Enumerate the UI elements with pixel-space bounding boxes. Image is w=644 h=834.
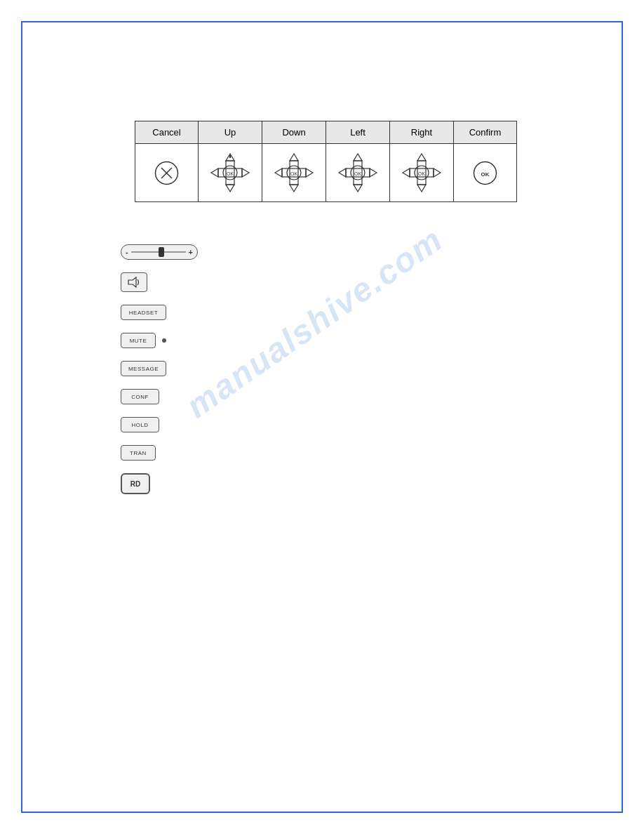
dpad-down-icon: OK xyxy=(269,148,318,197)
cancel-cell xyxy=(135,144,199,202)
conf-label: CONF xyxy=(131,394,149,400)
nav-table-container: Cancel Up Down Left Right Confirm xyxy=(135,121,579,202)
cancel-icon xyxy=(151,157,182,189)
tran-label: TRAN xyxy=(130,450,147,456)
volume-minus-icon: - xyxy=(126,248,128,256)
left-cell: OK xyxy=(326,144,390,202)
col-header-right: Right xyxy=(390,121,454,144)
svg-marker-5 xyxy=(211,168,218,177)
mute-indicator-dot xyxy=(162,338,166,343)
speaker-button[interactable] xyxy=(121,272,147,292)
svg-marker-31 xyxy=(434,168,441,177)
col-header-confirm: Confirm xyxy=(454,121,517,144)
speaker-icon xyxy=(127,276,141,289)
svg-text:OK: OK xyxy=(418,171,425,176)
volume-plus-icon: + xyxy=(189,248,193,256)
svg-marker-23 xyxy=(370,168,377,177)
svg-marker-13 xyxy=(290,185,298,192)
dpad-right-icon: OK xyxy=(397,148,446,197)
col-header-up: Up xyxy=(199,121,262,144)
svg-marker-38 xyxy=(128,277,136,287)
volume-slider-button[interactable]: - + xyxy=(121,244,198,260)
svg-marker-4 xyxy=(226,185,234,192)
hold-row: HOLD xyxy=(121,417,579,432)
headset-label: HEADSET xyxy=(129,310,158,316)
conf-button[interactable]: CONF xyxy=(121,389,159,404)
page-content: Cancel Up Down Left Right Confirm xyxy=(22,22,622,812)
hold-label: HOLD xyxy=(131,422,148,428)
svg-text:OK: OK xyxy=(481,171,490,178)
down-cell: OK xyxy=(262,144,326,202)
col-header-left: Left xyxy=(326,121,390,144)
message-label: MESSAGE xyxy=(128,366,159,372)
buttons-section: - + HEADSET xyxy=(121,244,579,494)
navigation-table: Cancel Up Down Left Right Confirm xyxy=(135,121,517,202)
rd-label: RD xyxy=(130,480,140,488)
svg-marker-15 xyxy=(306,168,313,177)
mute-button[interactable]: MUTE xyxy=(121,333,156,348)
volume-track xyxy=(131,251,186,253)
rd-button[interactable]: RD xyxy=(121,473,150,494)
svg-marker-21 xyxy=(354,185,362,192)
svg-marker-14 xyxy=(275,168,282,177)
conf-row: CONF xyxy=(121,389,579,404)
headset-button[interactable]: HEADSET xyxy=(121,305,166,320)
dpad-up-icon: OK xyxy=(206,148,255,197)
mute-row: MUTE xyxy=(121,333,579,348)
rd-row: RD xyxy=(121,473,579,494)
message-row: MESSAGE xyxy=(121,361,579,376)
svg-marker-12 xyxy=(290,154,298,161)
confirm-cell: OK xyxy=(454,144,517,202)
svg-text:OK: OK xyxy=(354,171,361,176)
speaker-row xyxy=(121,272,579,292)
tran-button[interactable]: TRAN xyxy=(121,445,156,461)
volume-row: - + xyxy=(121,244,579,260)
message-button[interactable]: MESSAGE xyxy=(121,361,166,376)
hold-button[interactable]: HOLD xyxy=(121,417,159,432)
volume-thumb xyxy=(159,247,164,257)
svg-text:OK: OK xyxy=(227,171,234,176)
col-header-down: Down xyxy=(262,121,326,144)
dpad-left-icon: OK xyxy=(333,148,382,197)
svg-marker-28 xyxy=(417,154,426,161)
up-cell: OK xyxy=(199,144,262,202)
svg-marker-22 xyxy=(339,168,346,177)
col-header-cancel: Cancel xyxy=(135,121,199,144)
svg-marker-20 xyxy=(354,154,362,161)
right-cell: OK xyxy=(390,144,454,202)
mute-label: MUTE xyxy=(130,338,147,344)
svg-marker-6 xyxy=(242,168,249,177)
svg-text:OK: OK xyxy=(290,171,297,176)
confirm-ok-icon: OK xyxy=(469,157,501,189)
svg-marker-29 xyxy=(417,185,426,192)
page-border: Cancel Up Down Left Right Confirm xyxy=(21,21,623,813)
headset-row: HEADSET xyxy=(121,305,579,320)
svg-marker-30 xyxy=(403,168,410,177)
tran-row: TRAN xyxy=(121,445,579,461)
